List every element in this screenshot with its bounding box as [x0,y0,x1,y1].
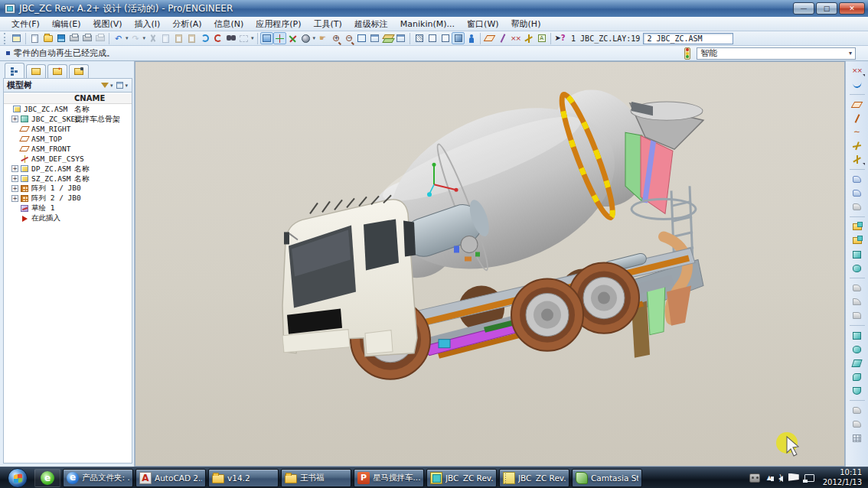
sweep-icon[interactable] [850,356,865,369]
tree-row[interactable]: ASM_TOP [4,134,132,144]
hidden-line-icon[interactable] [426,32,439,44]
blend-icon[interactable] [850,370,865,383]
regen-status-traffic-light-icon[interactable] [684,47,690,60]
print-icon[interactable] [67,32,80,44]
minimize-button[interactable]: — [793,2,814,15]
datum-plane-icon[interactable] [850,98,865,111]
pointer-icon[interactable]: ☛ [316,32,329,44]
taskbar-item-proe[interactable]: JBC_ZC Rev... [426,469,497,487]
menu-analysis[interactable]: 分析(A) [167,18,207,31]
taskbar-item-autocad[interactable]: AutoCAD 2... [135,469,206,487]
paste-icon[interactable] [172,32,185,44]
menu-tools[interactable]: 工具(T) [308,18,348,31]
datum-axis-icon[interactable] [850,112,865,125]
datum-plane-toggle-icon[interactable] [483,32,496,44]
plot-icon[interactable] [93,32,106,44]
taskbar-item-folder-v142[interactable]: v14.2 [208,469,279,487]
annotation-toggle-icon[interactable]: A [535,32,548,44]
tree-row[interactable]: + SZ_ZC.ASM 名称 [4,174,132,184]
pattern-table-icon[interactable] [850,431,865,444]
menu-super-annotation[interactable]: 超级标注 [349,18,393,31]
package-component-icon[interactable] [850,248,865,261]
print-preview-icon[interactable] [80,32,93,44]
sketch-tool-icon[interactable] [850,78,865,91]
network-icon[interactable] [804,474,814,482]
find-icon[interactable] [224,32,237,44]
zoom-out-icon[interactable]: − [342,32,355,44]
redo-icon[interactable]: ↷ [129,32,142,44]
reorient-icon[interactable] [286,32,299,44]
favorites-tab[interactable] [47,64,67,78]
csys-toggle-icon[interactable] [522,32,535,44]
taskbar-item-powerpoint[interactable]: 星马搅拌车... [354,469,424,487]
tree-row[interactable]: + JBC_ZC_SKEL. 搅拌车总骨架 [4,114,132,124]
mirror-icon[interactable] [850,404,865,417]
round-icon[interactable] [850,295,865,308]
selection-help-icon[interactable]: ➤? [553,32,566,44]
shade-icon[interactable] [299,32,312,44]
pattern-disabled-icon[interactable] [850,418,865,431]
undo-icon[interactable]: ↶ [112,32,125,44]
regenerate-icon[interactable] [198,32,211,44]
menu-edit[interactable]: 编辑(E) [47,18,86,31]
menu-view[interactable]: 视图(V) [87,18,127,31]
open-file-icon[interactable] [41,32,54,44]
tree-row[interactable]: + 阵列 1 / JB0 [4,184,132,194]
datum-point-icon[interactable] [850,139,865,152]
repaint-icon[interactable] [260,32,273,44]
menu-help[interactable]: 帮助(H) [506,18,547,31]
taskbar-item-camtasia[interactable]: Camtasia St... [572,469,642,487]
taskbar-item-notebook[interactable]: JBC_ZC Rev... [499,469,569,487]
volume-icon[interactable] [778,476,783,482]
tree-row[interactable]: ASM_RIGHT [4,124,132,134]
cut-icon[interactable] [146,32,159,44]
menu-manikin[interactable]: Manikin(M)... [395,18,460,30]
model-tree-tab[interactable] [5,63,24,78]
close-button[interactable]: ✕ [839,2,865,15]
select-box-icon[interactable] [237,32,250,44]
revolve-icon[interactable] [850,343,865,356]
taskbar-item-folder-name[interactable]: 王书福 [281,469,351,487]
refit-icon[interactable] [355,32,368,44]
point-toggle-icon[interactable]: ×× [509,32,522,44]
copy-icon[interactable] [159,32,172,44]
include-component-icon[interactable] [850,262,865,275]
maximize-button[interactable]: □ [816,2,837,15]
paste-special-icon[interactable] [185,32,198,44]
update-icon[interactable] [211,32,224,44]
shrinkwrap-icon[interactable] [850,187,865,200]
datum-curve-icon[interactable]: ∼ [850,125,865,138]
layers-icon[interactable] [381,32,394,44]
cname-column-header[interactable]: CNAME [74,94,105,102]
wireframe-icon[interactable] [413,32,426,44]
assemble-component-icon[interactable] [850,234,865,247]
chamfer-icon[interactable] [850,309,865,322]
active-model-box[interactable]: 2 JBC_ZC.ASM [643,33,733,44]
navigator-toggle-icon[interactable] [10,32,23,44]
tree-row[interactable]: ASM_DEF_CSYS [4,154,132,164]
taskbar-clock[interactable]: 10:11 2012/1/13 [820,468,862,487]
datum-csys-icon[interactable] [850,153,865,166]
action-center-flag-icon[interactable] [788,473,799,483]
folder-browser-tab[interactable] [26,64,46,78]
person-view-icon[interactable] [465,32,478,44]
saved-views-icon[interactable] [368,32,381,44]
selection-filter-dropdown[interactable]: 智能 ▾ [697,47,856,60]
boundary-blend-icon[interactable] [850,384,865,397]
view-manager-icon[interactable] [394,32,407,44]
create-component-icon[interactable] [850,220,865,233]
tree-row[interactable]: JBC_ZC.ASM 名称 [4,104,132,114]
datum-point-flyout-icon[interactable]: ×× [850,64,865,77]
connections-tab[interactable] [69,64,89,78]
toolbar-grip[interactable] [4,33,8,44]
tree-row[interactable]: ASM_FRONT [4,144,132,154]
tree-row[interactable]: 草绘 1 [4,203,132,213]
tree-filters-button[interactable]: ▾ [101,83,114,89]
tree-row[interactable]: + DP_ZC.ASM 名称 [4,164,132,174]
taskbar-item-product-folder[interactable]: 产品文件夹: ... [63,469,133,487]
extrude-icon[interactable] [850,329,865,342]
start-button[interactable] [8,468,28,488]
3d-viewport[interactable] [135,61,845,467]
recorder-icon[interactable] [749,473,760,483]
menu-insert[interactable]: 插入(I) [129,18,166,31]
